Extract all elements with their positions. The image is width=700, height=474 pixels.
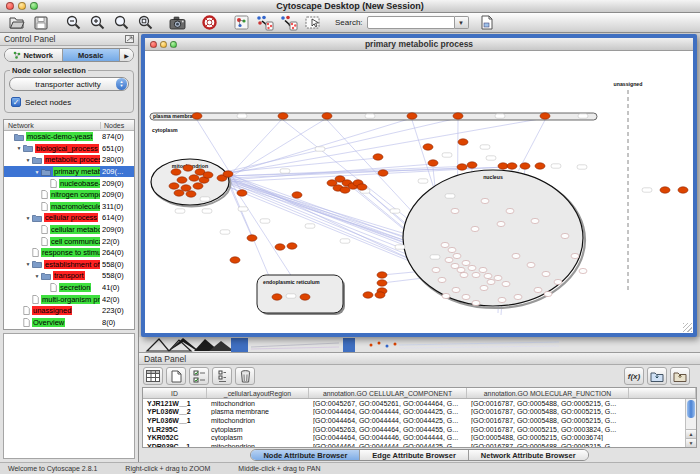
expand-arrow-icon[interactable]: ▼ bbox=[24, 261, 32, 267]
search-dropdown-button[interactable]: ▼ bbox=[455, 16, 469, 29]
graph-node-selected[interactable] bbox=[377, 272, 387, 278]
network-graph[interactable]: plasma membranecytoplasmmitochondrionnuc… bbox=[145, 51, 693, 333]
column-header[interactable]: ID bbox=[143, 388, 207, 398]
graph-node-unselected[interactable] bbox=[471, 226, 479, 231]
tree-row[interactable]: ▼primary metabo209(... bbox=[4, 166, 134, 178]
close-button[interactable] bbox=[6, 2, 14, 10]
network-window-titlebar[interactable]: primary metabolic process bbox=[145, 38, 693, 51]
vizmapper-button[interactable] bbox=[229, 14, 253, 32]
graph-node-selected[interactable] bbox=[192, 113, 202, 119]
graph-node-selected[interactable] bbox=[520, 163, 530, 169]
graph-node-unselected[interactable] bbox=[479, 267, 487, 272]
graph-node-selected[interactable] bbox=[189, 175, 199, 181]
graph-node-unselected[interactable] bbox=[484, 273, 492, 278]
graph-node-selected[interactable] bbox=[230, 257, 240, 263]
tree-row[interactable]: nucleobase-209(0) bbox=[4, 177, 134, 189]
graph-node-unselected[interactable] bbox=[534, 287, 542, 292]
attribute-list-button[interactable] bbox=[212, 367, 232, 385]
column-header[interactable]: _cellularLayoutRegion bbox=[207, 388, 309, 398]
graph-node-selected[interactable] bbox=[357, 184, 367, 190]
graph-node-unselected[interactable] bbox=[494, 275, 502, 280]
graph-node-unselected[interactable] bbox=[527, 262, 535, 267]
graph-node-unselected[interactable] bbox=[480, 285, 488, 290]
graph-node-selected[interactable] bbox=[183, 165, 193, 171]
graph-node-unselected[interactable] bbox=[481, 198, 489, 203]
tree-row[interactable]: response to stimulu264(0) bbox=[4, 247, 134, 259]
graph-node-selected[interactable] bbox=[272, 294, 282, 300]
graph-node-selected[interactable] bbox=[174, 190, 184, 196]
graph-node-selected[interactable] bbox=[300, 294, 310, 300]
tree-row[interactable]: multi-organism pro42(0) bbox=[4, 293, 134, 305]
tree-row[interactable]: ▼biological_process651(0) bbox=[4, 143, 134, 155]
table-row[interactable]: YDR039C__1mitochondrion[GO:0044464, GO:0… bbox=[143, 442, 696, 448]
zoom-out-button[interactable] bbox=[61, 14, 85, 32]
graph-node-selected[interactable] bbox=[375, 292, 385, 298]
tree-row[interactable]: macromolecule311(0) bbox=[4, 201, 134, 213]
graph-node-selected[interactable] bbox=[203, 172, 213, 178]
node-color-dropdown[interactable]: transporter activity ▲▼ bbox=[9, 77, 129, 91]
scroll-up-button[interactable]: ▲ bbox=[686, 429, 696, 438]
table-row[interactable]: YLR295Ccytoplasm[GO:0045263, GO:0044464,… bbox=[143, 425, 696, 434]
graph-node-unselected[interactable] bbox=[460, 272, 468, 277]
graph-node-selected[interactable] bbox=[457, 164, 467, 170]
graph-node-unselected[interactable] bbox=[472, 300, 480, 305]
tree-row[interactable]: Overview8(0) bbox=[4, 317, 134, 329]
graph-node-selected[interactable] bbox=[407, 113, 417, 119]
graph-node-selected[interactable] bbox=[171, 169, 181, 175]
resize-grip[interactable] bbox=[683, 323, 692, 332]
save-button[interactable] bbox=[29, 14, 53, 32]
network-zoom-button[interactable] bbox=[170, 41, 177, 48]
tree-row[interactable]: cellular metabo209(0) bbox=[4, 224, 134, 236]
column-header[interactable]: annotation.GO CELLULAR_COMPONENT bbox=[309, 388, 467, 398]
graph-node-unselected[interactable] bbox=[487, 279, 495, 284]
scroll-down-button[interactable]: ▼ bbox=[686, 438, 696, 447]
table-scrollbar[interactable]: ▲ ▼ bbox=[685, 399, 696, 447]
graph-node-selected[interactable] bbox=[453, 113, 463, 119]
tab-edge-attribute-browser[interactable]: Edge Attribute Browser bbox=[360, 450, 468, 460]
snapshot-button[interactable] bbox=[165, 14, 189, 32]
zoom-in-button[interactable] bbox=[85, 14, 109, 32]
tree-row[interactable]: ▼cellular process614(0) bbox=[4, 212, 134, 224]
graph-node-unselected[interactable] bbox=[445, 257, 453, 262]
import-attributes-button[interactable] bbox=[647, 367, 667, 385]
graph-node-unselected[interactable] bbox=[462, 260, 470, 265]
tab-network[interactable]: Network bbox=[5, 49, 63, 61]
table-row[interactable]: YPL036W__1mitochondrion[GO:0044464, GO:0… bbox=[143, 416, 696, 425]
graph-node-selected[interactable] bbox=[540, 113, 550, 119]
graph-node-unselected[interactable] bbox=[441, 242, 449, 247]
graph-node-unselected[interactable] bbox=[506, 208, 514, 213]
table-row[interactable]: YJR121W__1mitochondrion[GO:0045267, GO:0… bbox=[143, 399, 696, 408]
graph-node-selected[interactable] bbox=[322, 113, 332, 119]
graph-node-unselected[interactable] bbox=[498, 297, 506, 302]
tree-row[interactable]: nitrogen compo209(0) bbox=[4, 189, 134, 201]
tree-row[interactable]: mosaic-demo-yeast874(0) bbox=[4, 131, 134, 143]
graph-node-unselected[interactable] bbox=[502, 281, 510, 286]
graph-node-selected[interactable] bbox=[292, 192, 302, 198]
network-close-button[interactable] bbox=[150, 41, 157, 48]
formula-builder-button[interactable]: f(x) bbox=[624, 367, 644, 385]
graph-node-unselected[interactable] bbox=[512, 253, 520, 258]
export-attributes-button[interactable] bbox=[670, 367, 690, 385]
expand-arrow-icon[interactable]: ▼ bbox=[24, 157, 32, 163]
delete-attribute-button[interactable] bbox=[235, 367, 255, 385]
graph-node-selected[interactable] bbox=[363, 292, 373, 298]
birdseye-view[interactable] bbox=[3, 333, 135, 459]
select-nodes-checkbox[interactable]: ✓ bbox=[11, 97, 21, 107]
graph-node-selected[interactable] bbox=[423, 144, 433, 150]
expand-arrow-icon[interactable]: ▼ bbox=[15, 145, 23, 151]
tab-network-attribute-browser[interactable]: Network Attribute Browser bbox=[469, 450, 588, 460]
graph-node-selected[interactable] bbox=[340, 187, 350, 193]
search-input[interactable] bbox=[367, 16, 455, 29]
graph-node-selected[interactable] bbox=[378, 170, 388, 176]
graph-node-unselected[interactable] bbox=[457, 267, 465, 272]
zoom-selected-button[interactable] bbox=[133, 14, 157, 32]
tree-row[interactable]: unassigned223(0) bbox=[4, 305, 134, 317]
table-row[interactable]: YPL036W__2plasma membrane[GO:0044464, GO… bbox=[143, 408, 696, 417]
graph-node-unselected[interactable] bbox=[571, 253, 579, 258]
graph-node-unselected[interactable] bbox=[451, 208, 459, 213]
help-button[interactable] bbox=[197, 14, 221, 32]
graph-node-selected[interactable] bbox=[458, 139, 468, 145]
graph-node-selected[interactable] bbox=[507, 163, 517, 169]
graph-node-selected[interactable] bbox=[467, 162, 477, 168]
graph-node-selected[interactable] bbox=[678, 187, 688, 193]
